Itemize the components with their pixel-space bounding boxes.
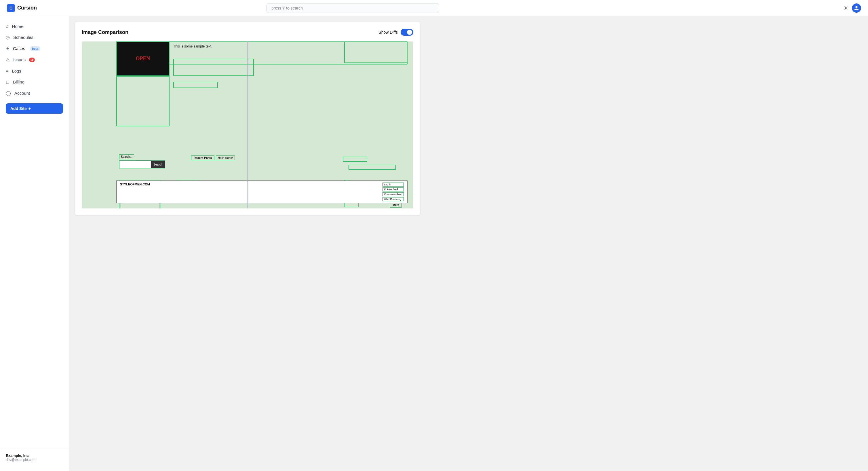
home-icon: ⌂	[6, 24, 9, 29]
footer-bar: STYLEOFMEN.COM Log in Entries feed Comme…	[116, 180, 407, 203]
billing-icon: ◻	[6, 79, 9, 85]
topbar-right: ☀	[843, 3, 861, 13]
content-card: Image Comparison Show Diffs OPEN	[75, 22, 420, 215]
logo-area: C Cursion	[7, 4, 64, 12]
sidebar-item-account[interactable]: ◯ Account	[0, 88, 69, 99]
account-icon: ◯	[6, 90, 11, 96]
logs-icon: ≡	[6, 68, 8, 73]
issues-badge: 3	[29, 58, 35, 62]
site-image-box: OPEN	[116, 41, 169, 76]
theme-icon[interactable]: ☀	[843, 5, 848, 11]
toggle-knob	[407, 30, 412, 35]
sidebar-item-home[interactable]: ⌂ Home	[0, 21, 69, 32]
search-input[interactable]	[267, 3, 439, 13]
card-header: Image Comparison Show Diffs	[82, 29, 413, 36]
topbar: C Cursion ☀	[0, 0, 868, 16]
sidebar-item-schedules[interactable]: ◷ Schedules	[0, 32, 69, 43]
app-name: Cursion	[17, 5, 37, 11]
text-box-1	[173, 59, 254, 76]
comparison-divider	[248, 41, 248, 208]
add-site-button[interactable]: Add Site +	[6, 104, 63, 114]
global-search[interactable]	[267, 3, 439, 13]
recent-posts-label: Recent Posts	[191, 155, 214, 160]
entries-feed-link[interactable]: Entries feed	[382, 187, 404, 192]
warning-icon: ⚠	[6, 57, 10, 62]
cases-icon: ✦	[6, 46, 9, 51]
recent-posts: Recent Posts Hello world!	[191, 154, 235, 160]
sidebar-item-issues[interactable]: ⚠ Issues 3	[0, 54, 69, 65]
text-box-2	[173, 82, 218, 88]
left-large-box	[116, 76, 169, 126]
main-content: Image Comparison Show Diffs OPEN	[69, 16, 868, 471]
show-diffs-label: Show Diffs	[378, 30, 398, 34]
wp-search-area: Search... Search	[119, 154, 165, 169]
card-title: Image Comparison	[82, 29, 128, 35]
sidebar-item-billing[interactable]: ◻ Billing	[0, 76, 69, 88]
company-name: Example, Inc	[6, 453, 63, 458]
comments-feed-link[interactable]: Comments feed	[382, 192, 404, 196]
company-email: dev@example.com	[6, 458, 63, 462]
open-sign: OPEN	[135, 55, 150, 62]
show-diffs-control: Show Diffs	[378, 29, 413, 36]
right-sm-box-2	[348, 165, 396, 170]
sidebar-nav: ⌂ Home ◷ Schedules ✦ Cases beta ⚠ Issues…	[0, 21, 69, 99]
search-label: Search...	[119, 154, 134, 159]
sidebar-footer: Example, Inc dev@example.com	[0, 448, 69, 466]
sidebar-item-cases[interactable]: ✦ Cases beta	[0, 43, 69, 54]
user-avatar[interactable]	[852, 3, 861, 13]
top-right-box	[344, 41, 407, 63]
show-diffs-toggle[interactable]	[401, 29, 413, 36]
right-sm-box-1	[343, 157, 367, 162]
wp-search-input[interactable]	[119, 160, 151, 168]
sample-text: This is some sample text.	[173, 45, 212, 48]
wp-search-button[interactable]: Search	[151, 160, 165, 168]
app-layout: ⌂ Home ◷ Schedules ✦ Cases beta ⚠ Issues…	[0, 16, 868, 471]
sidebar-item-logs[interactable]: ≡ Logs	[0, 65, 69, 76]
sidebar: ⌂ Home ◷ Schedules ✦ Cases beta ⚠ Issues…	[0, 16, 69, 471]
log-in-link[interactable]: Log in	[382, 182, 404, 186]
footer-meta-links: Log in Entries feed Comments feed WordPr…	[382, 182, 404, 201]
clock-icon: ◷	[6, 34, 10, 40]
beta-badge: beta	[30, 46, 40, 51]
wp-search-form[interactable]: Search	[119, 160, 165, 169]
image-comparison-area: OPEN This is some sample text. Search...	[82, 41, 413, 208]
logo-icon[interactable]: C	[7, 4, 15, 12]
footer-domain: STYLEOFMEN.COM	[120, 182, 150, 186]
wordpress-org-link[interactable]: WordPress.org	[382, 197, 404, 201]
comment-box-sm2	[344, 203, 359, 207]
meta-label: Meta	[390, 203, 402, 208]
hello-world-post[interactable]: Hello world!	[216, 155, 235, 160]
